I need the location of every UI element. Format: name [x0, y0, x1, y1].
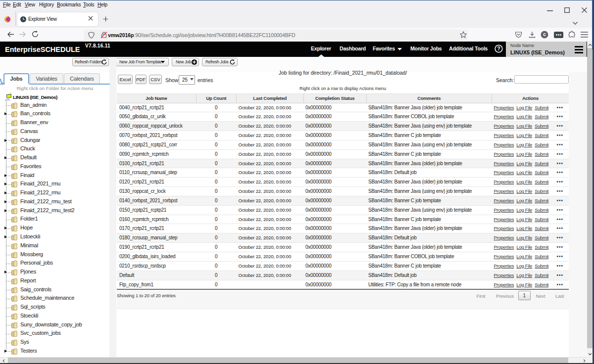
svg-text:?: ?	[497, 46, 500, 51]
svg-text:c: c	[543, 32, 546, 37]
